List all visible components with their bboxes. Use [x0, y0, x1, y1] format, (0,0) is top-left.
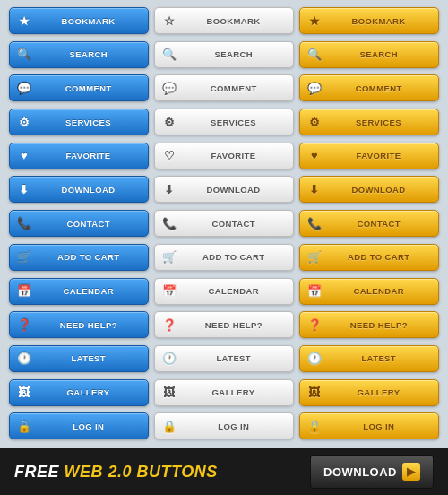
comment-white-button[interactable]: 💬 COMMENT	[154, 74, 294, 101]
bookmark-blue-label: BOOKMARK	[36, 16, 141, 26]
log-in-white-button[interactable]: 🔒 LOG IN	[154, 412, 294, 439]
gallery-blue-button[interactable]: 🖼 GALLERY	[9, 379, 149, 406]
calendar-blue-button[interactable]: 📅 CALENDAR	[9, 278, 149, 305]
calendar-yellow-button[interactable]: 📅 CALENDAR	[299, 278, 439, 305]
bookmark-yellow-icon: ★	[307, 14, 322, 28]
add-to-cart-white-button[interactable]: 🛒 ADD TO CART	[154, 244, 294, 271]
download-yellow-icon: ⬇	[307, 183, 322, 196]
need-help-white-label: NEED HELP?	[182, 320, 287, 330]
gallery-white-button[interactable]: 🖼 GALLERY	[154, 379, 294, 406]
services-white-button[interactable]: ⚙ SERVICES	[154, 109, 294, 135]
latest-yellow-icon: 🕐	[307, 352, 323, 365]
add-to-cart-yellow-label: ADD TO CART	[327, 252, 432, 262]
latest-yellow-button[interactable]: 🕐 LATEST	[299, 345, 439, 372]
contact-white-button[interactable]: 📞 CONTACT	[154, 210, 294, 237]
favorite-yellow-label: FAVORITE	[326, 151, 431, 161]
comment-yellow-button[interactable]: 💬 COMMENT	[299, 74, 439, 101]
log-in-white-label: LOG IN	[182, 421, 287, 431]
footer-title: FREE WEB 2.0 BUTTONS	[14, 463, 218, 482]
gallery-white-icon: 🖼	[162, 386, 177, 399]
latest-white-button[interactable]: 🕐 LATEST	[154, 345, 294, 372]
contact-blue-icon: 📞	[17, 217, 32, 230]
favorite-yellow-icon: ♥	[307, 149, 322, 162]
contact-white-label: CONTACT	[182, 219, 287, 229]
download-yellow-button[interactable]: ⬇ DOWNLOAD	[299, 176, 439, 203]
search-blue-icon: 🔍	[17, 48, 32, 61]
log-in-yellow-button[interactable]: 🔒 LOG IN	[299, 412, 439, 439]
add-to-cart-white-icon: 🛒	[162, 250, 177, 264]
need-help-blue-label: NEED HELP?	[37, 320, 142, 330]
search-white-icon: 🔍	[162, 48, 177, 61]
log-in-yellow-icon: 🔒	[307, 420, 323, 433]
gallery-blue-label: GALLERY	[36, 387, 141, 397]
calendar-yellow-icon: 📅	[307, 284, 323, 298]
favorite-white-label: FAVORITE	[181, 151, 286, 161]
footer-title-web: WEB 2.0 BUTTONS	[65, 463, 218, 481]
need-help-blue-icon: ❓	[17, 318, 32, 332]
calendar-white-icon: 📅	[162, 284, 177, 298]
search-blue-label: SEARCH	[37, 49, 142, 59]
add-to-cart-blue-button[interactable]: 🛒 ADD TO CART	[9, 244, 149, 271]
favorite-blue-button[interactable]: ♥ FAVORITE	[9, 143, 149, 169]
download-white-button[interactable]: ⬇ DOWNLOAD	[154, 176, 294, 203]
contact-yellow-label: CONTACT	[327, 219, 432, 229]
download-white-label: DOWNLOAD	[181, 185, 286, 195]
need-help-white-icon: ❓	[162, 318, 177, 332]
log-in-blue-label: LOG IN	[37, 421, 142, 431]
bookmark-white-button[interactable]: ☆ BOOKMARK	[154, 7, 294, 34]
services-yellow-button[interactable]: ⚙ SERVICES	[299, 109, 439, 135]
favorite-white-button[interactable]: ♡ FAVORITE	[154, 143, 294, 169]
download-blue-icon: ⬇	[17, 183, 31, 196]
latest-white-label: LATEST	[182, 353, 287, 363]
log-in-yellow-label: LOG IN	[327, 421, 432, 431]
search-white-button[interactable]: 🔍 SEARCH	[154, 41, 294, 68]
add-to-cart-yellow-button[interactable]: 🛒 ADD TO CART	[299, 244, 439, 271]
latest-blue-icon: 🕐	[17, 352, 32, 365]
add-to-cart-blue-label: ADD TO CART	[37, 252, 142, 262]
buttons-grid: ★ BOOKMARK ☆ BOOKMARK ★ BOOKMARK 🔍 SEARC…	[0, 0, 448, 448]
add-to-cart-white-label: ADD TO CART	[182, 252, 287, 262]
calendar-white-button[interactable]: 📅 CALENDAR	[154, 278, 294, 305]
download-blue-label: DOWNLOAD	[36, 185, 141, 195]
gallery-yellow-icon: 🖼	[307, 386, 322, 399]
gallery-blue-icon: 🖼	[17, 386, 31, 399]
comment-blue-button[interactable]: 💬 COMMENT	[9, 74, 149, 101]
bookmark-blue-icon: ★	[17, 14, 31, 28]
favorite-white-icon: ♡	[162, 149, 177, 162]
contact-blue-label: CONTACT	[37, 219, 142, 229]
bookmark-blue-button[interactable]: ★ BOOKMARK	[9, 7, 149, 34]
services-yellow-label: SERVICES	[326, 117, 431, 127]
latest-blue-button[interactable]: 🕐 LATEST	[9, 345, 149, 372]
need-help-yellow-icon: ❓	[307, 318, 323, 332]
bookmark-yellow-label: BOOKMARK	[326, 16, 431, 26]
calendar-blue-label: CALENDAR	[37, 286, 142, 296]
favorite-blue-icon: ♥	[17, 149, 31, 162]
footer-title-free: FREE	[14, 463, 65, 481]
services-blue-button[interactable]: ⚙ SERVICES	[9, 109, 149, 135]
log-in-white-icon: 🔒	[162, 420, 177, 433]
calendar-yellow-label: CALENDAR	[327, 286, 432, 296]
comment-blue-label: COMMENT	[37, 83, 142, 93]
contact-yellow-icon: 📞	[307, 217, 323, 230]
search-yellow-button[interactable]: 🔍 SEARCH	[299, 41, 439, 68]
calendar-blue-icon: 📅	[17, 284, 32, 298]
need-help-white-button[interactable]: ❓ NEED HELP?	[154, 311, 294, 338]
services-white-label: SERVICES	[181, 117, 286, 127]
download-blue-button[interactable]: ⬇ DOWNLOAD	[9, 176, 149, 203]
favorite-blue-label: FAVORITE	[36, 151, 141, 161]
need-help-yellow-button[interactable]: ❓ NEED HELP?	[299, 311, 439, 338]
footer-download-button[interactable]: DOWNLOAD ▶	[310, 455, 434, 489]
search-blue-button[interactable]: 🔍 SEARCH	[9, 41, 149, 68]
gallery-yellow-button[interactable]: 🖼 GALLERY	[299, 379, 439, 406]
bookmark-yellow-button[interactable]: ★ BOOKMARK	[299, 7, 439, 34]
log-in-blue-button[interactable]: 🔒 LOG IN	[9, 412, 149, 439]
need-help-blue-button[interactable]: ❓ NEED HELP?	[9, 311, 149, 338]
gallery-white-label: GALLERY	[181, 387, 286, 397]
contact-yellow-button[interactable]: 📞 CONTACT	[299, 210, 439, 237]
services-blue-label: SERVICES	[36, 117, 141, 127]
latest-white-icon: 🕐	[162, 352, 177, 365]
contact-blue-button[interactable]: 📞 CONTACT	[9, 210, 149, 237]
comment-yellow-icon: 💬	[307, 82, 323, 95]
bookmark-white-label: BOOKMARK	[181, 16, 286, 26]
favorite-yellow-button[interactable]: ♥ FAVORITE	[299, 143, 439, 169]
